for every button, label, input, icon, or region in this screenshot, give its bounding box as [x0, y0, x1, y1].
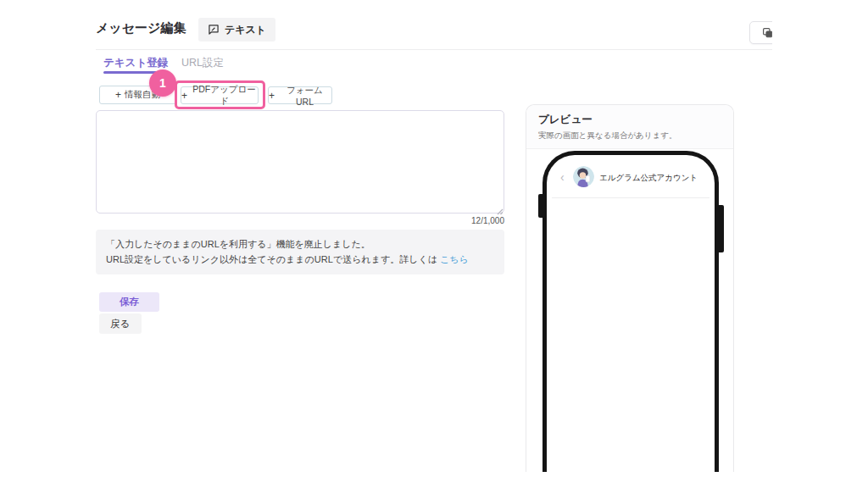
char-counter: 12/1,000	[96, 216, 504, 225]
notice-line-1: 「入力したそのままのURLを利用する」機能を廃止しました。	[106, 236, 494, 252]
tab-url-settings[interactable]: URL設定	[181, 56, 224, 70]
copy-icon	[762, 27, 772, 38]
preview-title: プレビュー	[538, 113, 721, 127]
details-link[interactable]: こちら	[440, 254, 469, 264]
tab-text-register[interactable]: テキスト登録	[103, 56, 168, 70]
step-marker-1: 1	[149, 69, 176, 97]
plus-icon: +	[115, 89, 121, 101]
back-button[interactable]: 戻る	[99, 313, 142, 334]
phone-power-button	[719, 205, 724, 252]
phone-header-divider	[552, 197, 709, 198]
pdf-upload-button[interactable]: + PDFアップロード	[181, 86, 259, 104]
form-url-button[interactable]: + フォームURL	[268, 86, 332, 104]
account-name: エルグラム公式アカウント	[599, 173, 698, 184]
plus-icon: +	[181, 90, 187, 102]
message-textarea[interactable]	[96, 110, 504, 214]
message-edit-page: メッセージ編集 テキスト テキスト登録 URL設定	[0, 0, 868, 488]
phone-mockup: ‹ エルグラム公式アカウント	[542, 151, 719, 472]
copy-button[interactable]	[749, 21, 772, 44]
notice-line-2: URL設定をしているリンク以外は全てそのままのURLで送られます。詳しくは こち…	[106, 252, 494, 267]
header-divider	[96, 49, 772, 50]
message-type-label: テキスト	[225, 23, 266, 37]
app-content: メッセージ編集 テキスト テキスト登録 URL設定	[0, 0, 772, 472]
url-notice-box: 「入力したそのままのURLを利用する」機能を廃止しました。 URL設定をしている…	[96, 230, 504, 274]
message-type-badge: テキスト	[198, 18, 275, 42]
back-chevron-icon: ‹	[560, 171, 565, 183]
save-button[interactable]: 保存	[99, 292, 159, 312]
plus-icon: +	[269, 90, 275, 102]
preview-header: プレビュー 実際の画面と異なる場合があります。	[526, 105, 733, 149]
account-avatar	[573, 166, 594, 187]
page-title: メッセージ編集	[96, 20, 186, 36]
preview-subtitle: 実際の画面と異なる場合があります。	[538, 130, 721, 141]
message-edit-icon	[208, 24, 220, 36]
